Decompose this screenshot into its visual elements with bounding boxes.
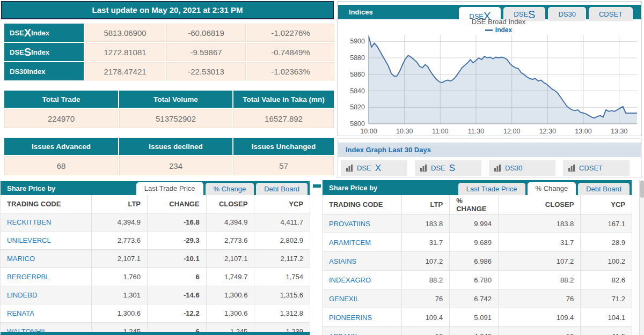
trading-code-link[interactable]: RENATA: [7, 309, 34, 317]
index-value: 2178.47421: [85, 62, 165, 80]
totals-value-row: 224970 513752902 16527.892: [4, 109, 334, 128]
change-cell: 6.986: [449, 252, 498, 270]
ltp-cell: 1,760: [91, 268, 147, 286]
trading-code-link[interactable]: BERGERPBL: [7, 273, 49, 281]
bar-chart-icon: [346, 165, 353, 172]
table-row: LINDEBD 1,301 -14.6 1,300.6 1,315.6: [1, 286, 310, 304]
svg-text:11:30: 11:30: [468, 128, 484, 135]
ycp-cell: 4,411.7: [254, 213, 310, 231]
share-price-title: Share Price by: [329, 184, 377, 192]
svg-text:5860: 5860: [350, 71, 365, 78]
table-row: BERGERPBL 1,760 6 1,749.7 1,754: [1, 268, 310, 286]
tab-debt-board[interactable]: Debt Board: [578, 183, 630, 195]
svg-text:13:00: 13:00: [575, 128, 591, 135]
scrollbar[interactable]: [639, 180, 644, 335]
index-name-dses: DSES Index: [4, 43, 84, 61]
scrollbar-thumb[interactable]: [640, 181, 644, 198]
trading-code-link[interactable]: ABBANK: [329, 332, 357, 335]
trading-code-cell: RENATA: [1, 304, 91, 322]
col-ycp: YCP: [254, 195, 310, 213]
change-cell: -10.1: [147, 250, 206, 267]
col-trading-code: TRADING CODE: [323, 195, 401, 214]
trading-code-link[interactable]: RECKITTBEN: [7, 218, 51, 226]
ltp-cell: 76: [401, 289, 449, 308]
ycp-cell: 28.9: [580, 233, 632, 251]
tab-last-trade-price[interactable]: Last Trade Price: [136, 182, 203, 195]
col-closep: CLOSEP: [498, 195, 580, 214]
col-closep: CLOSEP: [206, 195, 254, 213]
col-trading-code: TRADING CODE: [1, 195, 91, 213]
trading-code-cell: MARICO: [1, 250, 91, 267]
col-percent-change: % CHANGE: [449, 195, 498, 214]
ycp-cell: 100.2: [580, 252, 632, 270]
total-trade-header: Total Trade: [4, 91, 118, 108]
ltp-cell: 107.2: [401, 252, 449, 270]
index-area-chart: 10:0010:3011:0011:3012:0012:3013:0013:30…: [342, 32, 640, 137]
tab-percent-change[interactable]: % Change: [206, 183, 254, 195]
trading-code-link[interactable]: UNILEVERCL: [7, 236, 51, 244]
tab-debt-board[interactable]: Debt Board: [256, 183, 308, 195]
ltp-cell: 183.8: [401, 214, 449, 233]
ltp-cell: 2,773.6: [91, 232, 147, 249]
trading-code-link[interactable]: GENEXIL: [329, 295, 359, 303]
table-row: GENEXIL 76 6.742 76 71.2: [323, 289, 632, 308]
change-cell: -16.8: [147, 213, 206, 231]
trading-code-cell: GENEXIL: [323, 289, 401, 308]
teal-dash-divider: [313, 184, 321, 188]
change-cell: 9.994: [449, 214, 498, 233]
change-cell: -29.3: [147, 232, 206, 249]
share-price-rows: PROVATIINS 183.8 9.994 183.8 167.1 ARAMI…: [323, 214, 632, 335]
table-row: UNILEVERCL 2,773.6 -29.3 2,773.6 2,802.9: [1, 232, 310, 250]
total-volume-header: Total Volume: [119, 91, 232, 108]
ycp-cell: 1,754: [254, 268, 310, 286]
closep-cell: 88.2: [498, 271, 580, 289]
svg-text:10:00: 10:00: [360, 128, 377, 135]
indices-panel: Indices DSEX DSES DS30 CDSET DSE Broad I…: [337, 1, 642, 136]
ltp-cell: 88.2: [401, 271, 449, 289]
btn-30d-ds30[interactable]: DS30: [489, 160, 555, 176]
ycp-cell: 104.1: [580, 308, 632, 326]
tab-last-trade-price[interactable]: Last Trade Price: [458, 183, 525, 195]
index-row-ds30: DS30 Index 2178.47421 -22.53013 -1.02363…: [4, 62, 334, 80]
table-row: PIONEERINS 109.4 5.091 109.4 104.1: [323, 308, 632, 327]
ycp-cell: 11.5: [580, 327, 632, 335]
trading-code-link[interactable]: PIONEERINS: [329, 314, 372, 322]
svg-text:12:30: 12:30: [539, 128, 556, 135]
chart-legend[interactable]: Index: [370, 26, 627, 34]
col-ycp: YCP: [580, 195, 632, 214]
trading-code-link[interactable]: LINDEBD: [7, 291, 37, 299]
closep-cell: 1,749.7: [206, 268, 254, 286]
index-row-dses: DSES Index 1272.81081 -9.59867 -0.74849%: [4, 43, 334, 61]
trading-code-link[interactable]: ARAMITCEM: [329, 239, 371, 247]
index-change: -60.06819: [166, 24, 246, 42]
closep-cell: 107.2: [498, 252, 580, 270]
ltp-cell: 4,394.9: [91, 213, 147, 231]
col-change: CHANGE: [147, 195, 206, 213]
trading-code-link[interactable]: INDEXAGRO: [329, 276, 371, 284]
trading-code-link[interactable]: ASIAINS: [329, 257, 356, 265]
svg-text:5900: 5900: [350, 38, 365, 45]
trading-code-link[interactable]: MARICO: [7, 255, 35, 263]
svg-text:5840: 5840: [350, 87, 365, 95]
issues-declined-value: 234: [119, 156, 232, 175]
trading-code-cell: UNILEVERCL: [1, 232, 91, 249]
col-ltp: LTP: [401, 195, 449, 214]
ltp-cell: 109.4: [401, 308, 449, 326]
tab-percent-change[interactable]: % Change: [528, 182, 576, 195]
trading-code-cell: INDEXAGRO: [323, 271, 401, 289]
change-cell: 6: [147, 268, 206, 286]
btn-30d-dses[interactable]: DSES: [415, 160, 481, 176]
svg-text:12:00: 12:00: [503, 128, 520, 135]
trading-code-link[interactable]: PROVATIINS: [329, 220, 370, 228]
chart-title: DSE Broad Index: [370, 18, 627, 26]
btn-30d-cdset[interactable]: CDSET: [563, 160, 630, 176]
btn-30d-dsex[interactable]: DSEX: [341, 160, 407, 176]
table-row: RENATA 1,300.6 -12.2 1,300.6 1,312.8: [1, 304, 310, 323]
closep-cell: 31.7: [498, 233, 580, 251]
trading-code-cell: BERGERPBL: [1, 268, 91, 286]
ycp-cell: 167.1: [580, 214, 632, 233]
total-volume-value: 513752902: [119, 109, 232, 128]
table-bottom-bar: [1, 332, 310, 335]
ltp-cell: 1,300.6: [91, 304, 147, 322]
share-price-titlebar: Share Price by Last Trade Price % Change…: [323, 180, 632, 195]
